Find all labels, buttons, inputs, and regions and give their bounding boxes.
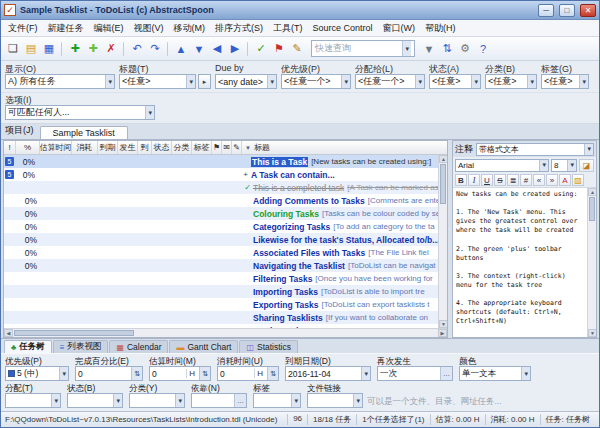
table-row[interactable]: ✓ This is a completed task[A Task can be…: [4, 181, 447, 194]
menu-item[interactable]: 工具(T): [268, 20, 308, 37]
control-affordance-icon[interactable]: …: [440, 367, 452, 380]
chevron-down-icon[interactable]: ▾: [527, 75, 536, 88]
filter-combo[interactable]: <任意> ▾: [429, 74, 481, 89]
column-header[interactable]: !: [4, 141, 16, 154]
table-row[interactable]: 0% Colouring Tasks[Tasks can be colour c…: [4, 207, 447, 220]
attribute-control[interactable]: ▾: [129, 393, 185, 408]
task-title-cell[interactable]: Associated Files with Tasks[The File Lin…: [253, 248, 447, 258]
column-header[interactable]: 发生: [118, 141, 138, 154]
attribute-control[interactable]: 单一文本 ▾: [459, 366, 531, 381]
chevron-down-icon[interactable]: ▾: [145, 106, 154, 119]
filter-options-button[interactable]: ▸: [198, 74, 211, 89]
control-affordance-icon[interactable]: ▾: [113, 394, 122, 407]
column-header[interactable]: %: [16, 141, 40, 154]
task-title-cell[interactable]: Adding Comments to Tasks[Comments are en…: [253, 196, 447, 206]
comments-tool-button[interactable]: ◪: [579, 159, 594, 172]
view-tab[interactable]: ≡ 列表视图: [53, 340, 109, 353]
sort-icon[interactable]: ⇅: [438, 40, 456, 58]
task-title-cell[interactable]: Categorizing Tasks[To add an category to…: [253, 222, 447, 232]
quick-search-combo[interactable]: 快速查询 ▾: [311, 40, 415, 57]
menu-item[interactable]: 排序方式(S): [210, 20, 268, 37]
unit-selector[interactable]: H: [186, 369, 197, 378]
font-size-combo[interactable]: 8 ▾: [551, 159, 577, 172]
chevron-down-icon[interactable]: ▾: [341, 75, 350, 88]
column-header[interactable]: ✎: [232, 141, 242, 154]
filter-icon[interactable]: ▼: [420, 40, 438, 58]
column-header[interactable]: 分类: [172, 141, 192, 154]
attribute-control[interactable]: 0 H ⇅: [149, 366, 211, 381]
redo-icon[interactable]: ↷: [146, 40, 164, 58]
scroll-up-arrow[interactable]: ▲: [439, 155, 448, 163]
horizontal-scrollbar[interactable]: ◀ ▶: [4, 328, 447, 337]
text-color-button[interactable]: A: [559, 174, 571, 186]
open-tasklist-icon[interactable]: ▤: [22, 40, 40, 58]
scroll-right-arrow[interactable]: ▶: [438, 329, 447, 337]
table-row[interactable]: 0% Associated Files with Tasks[The File …: [4, 246, 447, 259]
view-tab[interactable]: ◫ Statistics: [239, 340, 298, 353]
maximize-button[interactable]: □: [559, 4, 575, 17]
save-tasklist-icon[interactable]: ▦: [40, 40, 58, 58]
flag-task-icon[interactable]: ⚑: [270, 40, 288, 58]
comment-text[interactable]: New tasks can be created using: 1. The '…: [453, 188, 587, 337]
comment-format-combo[interactable]: 带格式文本 ▾: [476, 143, 594, 156]
table-row[interactable]: 5 0% + A Task can contain...: [4, 168, 447, 181]
indent-button[interactable]: »: [546, 174, 558, 186]
menu-item[interactable]: 帮助(H): [420, 20, 461, 37]
chevron-down-icon[interactable]: ▾: [539, 160, 548, 171]
control-affordance-icon[interactable]: ⇅: [131, 367, 142, 380]
table-row[interactable]: Importing Tasks[ToDoList is able to impo…: [4, 285, 447, 298]
scrollbar-thumb[interactable]: [14, 330, 134, 336]
bold-button[interactable]: B: [455, 174, 467, 186]
chevron-down-icon[interactable]: ▾: [567, 160, 576, 171]
filter-combo[interactable]: <任意> ▾: [541, 74, 589, 89]
attribute-control[interactable]: ▾: [253, 393, 301, 408]
filter-combo[interactable]: <任意> ▾: [485, 74, 537, 89]
move-task-left-icon[interactable]: ◀: [208, 40, 226, 58]
control-affordance-icon[interactable]: ▾: [175, 394, 184, 407]
undo-icon[interactable]: ↶: [128, 40, 146, 58]
comments-scrollbar[interactable]: ▲ ▼: [587, 188, 596, 337]
task-title-cell[interactable]: Navigating the Tasklist[ToDoList can be …: [253, 261, 447, 271]
filter-combo[interactable]: <any date> ▾: [215, 74, 277, 89]
complete-task-icon[interactable]: ✓: [252, 40, 270, 58]
control-affordance-icon[interactable]: ⇅: [267, 367, 278, 380]
vertical-scrollbar[interactable]: ▲ ▼: [438, 155, 447, 328]
task-title-cell[interactable]: Filtering Tasks[Once you have been worki…: [253, 274, 447, 284]
new-subtask-icon[interactable]: ✚: [84, 40, 102, 58]
attribute-control[interactable]: ▾: [5, 393, 61, 408]
menu-item[interactable]: 视图(V): [129, 20, 169, 37]
menu-item[interactable]: 编辑(E): [89, 20, 129, 37]
delete-task-icon[interactable]: ✗: [102, 40, 120, 58]
scroll-up-arrow[interactable]: ▲: [588, 188, 597, 196]
control-affordance-icon[interactable]: ▾: [51, 394, 60, 407]
task-title-cell[interactable]: Sharing Tasklists[If you want to collabo…: [253, 313, 447, 323]
view-tab[interactable]: ▦ Calendar: [109, 340, 168, 353]
menu-item[interactable]: 新建任务: [43, 20, 89, 37]
task-marker-icon[interactable]: ✓: [242, 183, 253, 192]
close-button[interactable]: ✕: [580, 4, 596, 17]
scrollbar-thumb[interactable]: [589, 197, 595, 221]
column-header[interactable]: ⚑: [212, 141, 222, 154]
bullet-list-button[interactable]: ≣: [507, 174, 519, 186]
help-icon[interactable]: ?: [474, 40, 492, 58]
attribute-control[interactable]: ▾: [67, 393, 123, 408]
column-header[interactable]: 状态: [152, 141, 172, 154]
new-task-icon[interactable]: ✚: [66, 40, 84, 58]
attribute-control[interactable]: 0 ⇅: [75, 366, 143, 381]
chevron-down-icon[interactable]: ▾: [402, 41, 411, 56]
column-header[interactable]: 标签: [192, 141, 212, 154]
task-title-cell[interactable]: Exporting Tasks[ToDoList can export task…: [253, 300, 447, 310]
filter-combo[interactable]: A) 所有任务 ▾: [5, 74, 115, 89]
chevron-down-icon[interactable]: ▾: [415, 75, 424, 88]
table-row[interactable]: 0% Adding Comments to Tasks[Comments are…: [4, 194, 447, 207]
move-task-right-icon[interactable]: ▶: [226, 40, 244, 58]
attribute-control[interactable]: …: [191, 393, 247, 408]
strikethrough-button[interactable]: S: [494, 174, 506, 186]
chevron-down-icon[interactable]: ▾: [105, 75, 114, 88]
task-title-cell[interactable]: This is a completed task[A Task can be m…: [253, 183, 447, 193]
task-title-cell[interactable]: This is a Task[New tasks can be created …: [251, 157, 447, 167]
view-tab[interactable]: ♣ 任务树: [4, 340, 52, 353]
menu-item[interactable]: Source Control: [308, 21, 378, 35]
control-affordance-icon[interactable]: ▾: [353, 394, 362, 407]
column-header[interactable]: 估算时间: [40, 141, 72, 154]
